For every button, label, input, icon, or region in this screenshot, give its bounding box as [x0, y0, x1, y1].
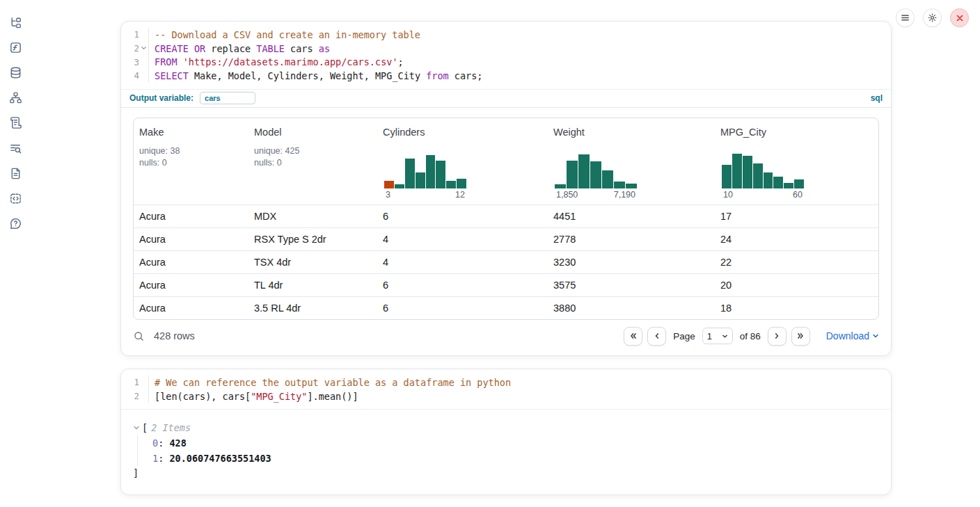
language-badge-sql[interactable]: sql [871, 93, 883, 103]
fold-chevron-icon[interactable] [140, 45, 148, 52]
list-entries: 0: 4281: 20.060747663551403 [137, 435, 880, 466]
shutdown-close-button[interactable] [950, 8, 969, 27]
code-line[interactable]: 1# We can reference the output variable … [121, 376, 891, 389]
fold-chevron-icon [140, 392, 148, 400]
documentation-icon[interactable] [8, 166, 23, 181]
sql-cell-card: 1-- Download a CSV and create an in-memo… [120, 21, 892, 356]
table-row[interactable]: AcuraRSX Type S 2dr4277824 [134, 227, 878, 250]
help-icon[interactable] [8, 216, 23, 231]
output-variable-row: Output variable: sql [121, 89, 891, 108]
code-line[interactable]: 2CREATE OR replace TABLE cars as [121, 42, 891, 56]
list-item: 1: 20.060747663551403 [152, 451, 880, 466]
items-count-label: 2 Items [151, 422, 191, 433]
fold-chevron-icon [140, 31, 148, 38]
next-page-button[interactable] [768, 327, 787, 346]
function-icon[interactable] [8, 40, 23, 55]
prev-page-button[interactable] [647, 327, 666, 346]
line-number-gutter: 2 [121, 42, 149, 56]
column-histogram: 312 [384, 154, 466, 200]
database-icon[interactable] [8, 65, 23, 80]
first-page-button[interactable] [624, 327, 642, 346]
list-output-tree: [ 2 Items 0: 4281: 20.060747663551403 ] [121, 410, 891, 487]
fold-chevron-icon [140, 58, 148, 66]
table-body: AcuraMDX6445117AcuraRSX Type S 2dr427782… [134, 204, 878, 319]
notebook-actions [896, 8, 969, 27]
download-button[interactable]: Download [826, 330, 879, 341]
line-number-gutter: 2 [121, 389, 149, 403]
table-row[interactable]: Acura3.5 RL 4dr6388018 [134, 296, 878, 319]
column-header-weight[interactable]: Weight1,8507,190 [548, 118, 715, 204]
python-code-editor[interactable]: 1# We can reference the output variable … [121, 369, 891, 409]
page-total-label: of 86 [740, 331, 761, 341]
output-variable-label: Output variable: [129, 93, 193, 103]
column-histogram: 1060 [722, 154, 804, 200]
code-line[interactable]: 2[len(cars), cars["MPG_City"].mean()] [121, 389, 891, 403]
table-row[interactable]: AcuraMDX6445117 [134, 204, 878, 227]
fold-chevron-icon [140, 378, 148, 386]
line-number-gutter: 3 [121, 55, 149, 69]
settings-gear-button[interactable] [923, 8, 942, 27]
column-histogram: 1,8507,190 [555, 154, 637, 200]
table-row[interactable]: AcuraTSX 4dr4323022 [134, 250, 878, 273]
collapse-caret-icon[interactable] [133, 424, 142, 431]
search-icon[interactable] [133, 330, 145, 342]
line-number-gutter: 1 [121, 376, 149, 389]
row-count-label: 428 rows [154, 330, 195, 341]
column-header-mpg_city[interactable]: MPG_City1060 [715, 118, 878, 204]
table-header-row: Makeunique: 38nulls: 0Modelunique: 425nu… [134, 118, 878, 204]
dependency-graph-icon[interactable] [8, 90, 23, 105]
list-item: 0: 428 [152, 435, 880, 451]
menu-button[interactable] [896, 8, 915, 27]
line-number-gutter: 1 [121, 28, 149, 42]
column-header-make[interactable]: Makeunique: 38nulls: 0 [134, 118, 248, 204]
close-bracket: ] [133, 466, 880, 480]
cars-data-table: Makeunique: 38nulls: 0Modelunique: 425nu… [133, 118, 879, 320]
page-select[interactable]: 1 [702, 328, 733, 344]
scratchpad-icon[interactable] [8, 115, 23, 130]
table-footer: 428 rows Page 1 of 86 Download [133, 320, 879, 353]
fold-chevron-icon [140, 72, 148, 79]
last-page-button[interactable] [791, 327, 810, 346]
open-bracket: [ [142, 422, 148, 433]
line-number-gutter: 4 [121, 69, 149, 83]
code-line[interactable]: 3FROM 'https://datasets.marimo.app/cars.… [121, 55, 891, 69]
left-sidebar [0, 0, 33, 507]
output-variable-input[interactable] [200, 92, 255, 104]
sql-code-editor[interactable]: 1-- Download a CSV and create an in-memo… [121, 22, 891, 89]
column-header-model[interactable]: Modelunique: 425nulls: 0 [248, 118, 377, 204]
code-line[interactable]: 1-- Download a CSV and create an in-memo… [121, 28, 891, 42]
column-header-cylinders[interactable]: Cylinders312 [377, 118, 548, 204]
snippets-icon[interactable] [8, 191, 23, 206]
file-tree-icon[interactable] [8, 15, 23, 30]
table-row[interactable]: AcuraTL 4dr6357520 [134, 273, 878, 296]
code-line[interactable]: 4SELECT Make, Model, Cylinders, Weight, … [121, 69, 891, 83]
python-cell-card: 1# We can reference the output variable … [120, 369, 892, 495]
page-label: Page [673, 331, 695, 341]
logs-search-icon[interactable] [8, 140, 23, 156]
